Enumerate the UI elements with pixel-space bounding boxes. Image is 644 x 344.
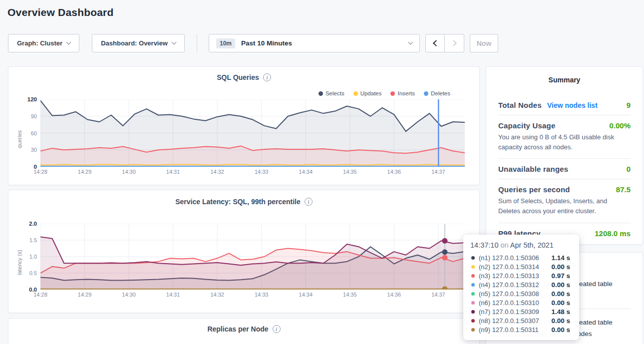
- y-axis-ticks: 0306090120: [23, 99, 40, 167]
- summary-value: 0.00%: [609, 121, 631, 130]
- legend-dot: [353, 91, 358, 96]
- x-tick-label: 14:33: [255, 292, 269, 298]
- x-tick-label: 14:31: [166, 169, 180, 175]
- tooltip-row: (n9) 127.0.0.1:503110.00 s: [470, 325, 572, 334]
- node-latency-value: 0.00 s: [551, 290, 572, 298]
- node-latency-value: 0.00 s: [551, 317, 572, 325]
- time-range-dropdown[interactable]: 10m Past 10 Minutes: [209, 34, 420, 52]
- node-color-dot: [471, 310, 475, 314]
- chevron-left-icon: [433, 40, 439, 46]
- summary-title: Summary: [498, 76, 631, 84]
- node-latency-value: 0.00 s: [551, 263, 572, 271]
- sql-queries-chart[interactable]: [40, 99, 465, 167]
- graph-dropdown[interactable]: Graph: Cluster: [8, 34, 79, 52]
- time-next-button[interactable]: [445, 34, 464, 52]
- legend-label: Deletes: [431, 90, 450, 96]
- overview-dashboard-page: Overview Dashboard Graph: Cluster Dashbo…: [0, 0, 644, 344]
- legend-item-inserts[interactable]: Inserts: [390, 90, 415, 96]
- tooltip-row: (n2) 127.0.0.1:503140.00 s: [470, 262, 572, 271]
- y-tick-label: 60: [31, 130, 37, 136]
- x-tick-label: 14:36: [387, 292, 401, 298]
- chart-header: Service Latency: SQL, 99th percentile i: [8, 198, 479, 206]
- node-address: (n3) 127.0.0.1:50313: [479, 272, 539, 280]
- x-tick-label: 14:37: [431, 169, 445, 175]
- chevron-down-icon: [171, 40, 176, 45]
- tooltip-row: (n1) 127.0.0.1:503061.14 s: [470, 253, 572, 262]
- info-icon[interactable]: i: [305, 198, 313, 206]
- x-tick-label: 14:35: [343, 292, 357, 298]
- y-tick-label: 1.0: [29, 254, 37, 260]
- y-tick-label: 0.5: [29, 270, 37, 276]
- graph-dropdown-label: Graph: Cluster: [17, 39, 62, 47]
- legend-item-selects[interactable]: Selects: [319, 90, 344, 96]
- node-latency-value: 0.00 s: [551, 326, 572, 334]
- node-address: (n2) 127.0.0.1:50314: [479, 263, 539, 271]
- x-tick-label: 14:35: [343, 169, 357, 175]
- node-color-dot: [471, 292, 475, 296]
- view-nodes-list-link[interactable]: View nodes list: [547, 101, 598, 109]
- legend-dot: [424, 91, 428, 96]
- summary-label: Queries per second: [498, 185, 570, 194]
- x-tick-label: 14:34: [299, 292, 313, 298]
- node-color-dot: [471, 265, 475, 269]
- tooltip-row: (n7) 127.0.0.1:503091.48 s: [470, 307, 572, 316]
- y-tick-label: 2.0: [29, 221, 37, 227]
- legend-item-updates[interactable]: Updates: [353, 90, 382, 96]
- info-icon[interactable]: i: [263, 73, 271, 81]
- tooltip-row: (n5) 127.0.0.1:503080.00 s: [470, 289, 572, 298]
- summary-label: Total Nodes: [498, 101, 542, 109]
- node-latency-value: 1.48 s: [551, 308, 572, 316]
- node-color-dot: [471, 301, 475, 305]
- x-tick-label: 14:37: [431, 292, 445, 298]
- summary-value: 9: [627, 101, 631, 109]
- y-tick-label: 1.5: [29, 237, 37, 243]
- service-latency-panel: Service Latency: SQL, 99th percentile i …: [8, 190, 480, 313]
- tooltip-timestamp: 14:37:10 on Apr 5th, 2021: [470, 241, 572, 249]
- node-color-dot: [471, 328, 475, 332]
- info-icon[interactable]: i: [273, 325, 281, 333]
- chevron-down-icon: [408, 40, 413, 45]
- y-axis-label: queries: [15, 99, 23, 179]
- x-tick-label: 14:31: [166, 292, 180, 298]
- x-axis-ticks: 14:2814:2914:3014:3114:3214:3314:3414:35…: [40, 292, 465, 302]
- service-latency-chart[interactable]: [40, 224, 465, 290]
- time-nav-group: [425, 34, 464, 52]
- legend-label: Selects: [325, 90, 344, 96]
- x-tick-label: 14:33: [255, 169, 269, 175]
- node-address: (n1) 127.0.0.1:50306: [479, 254, 539, 262]
- tooltip-row: (n4) 127.0.0.1:503120.00 s: [470, 280, 572, 289]
- summary-description: You are using 0 B of 4.5 GiB usable disk…: [498, 132, 631, 158]
- toolbar-divider: [197, 34, 197, 52]
- summary-label: Capacity Usage: [498, 121, 556, 130]
- node-address: (n5) 127.0.0.1:50308: [479, 290, 539, 298]
- y-tick-label: 30: [31, 147, 37, 153]
- x-tick-label: 14:34: [299, 169, 313, 175]
- summary-value: 87.5: [616, 185, 631, 194]
- summary-description: Sum of Selects, Updates, Inserts, and De…: [498, 196, 631, 222]
- dashboard-dropdown-label: Dashboard: Overview: [101, 39, 168, 47]
- time-range-badge: 10m: [216, 38, 235, 48]
- chart-title: Replicas per Node: [207, 325, 268, 333]
- legend-label: Inserts: [397, 90, 415, 96]
- tooltip-connector: on: [500, 241, 508, 249]
- node-address: (n6) 127.0.0.1:50310: [479, 299, 539, 307]
- chevron-right-icon: [450, 40, 457, 46]
- replicas-per-node-panel: Replicas per Node i: [8, 318, 480, 344]
- sql-queries-panel: SQL Queries i SelectsUpdatesInsertsDelet…: [8, 66, 480, 185]
- node-address: (n7) 127.0.0.1:50309: [479, 308, 539, 316]
- summary-value: 1208.0 ms: [595, 229, 631, 238]
- tooltip-rows: (n1) 127.0.0.1:503061.14 s(n2) 127.0.0.1…: [470, 253, 572, 334]
- node-address: (n8) 127.0.0.1:50307: [479, 317, 539, 325]
- chart-title: Service Latency: SQL, 99th percentile: [175, 198, 301, 206]
- time-prev-button[interactable]: [425, 34, 445, 52]
- x-tick-label: 14:30: [122, 169, 136, 175]
- node-color-dot: [471, 256, 475, 260]
- dashboard-dropdown[interactable]: Dashboard: Overview: [92, 34, 185, 52]
- chevron-down-icon: [66, 40, 71, 45]
- now-button[interactable]: Now: [470, 34, 498, 52]
- node-latency-value: 0.00 s: [551, 281, 572, 289]
- x-tick-label: 14:28: [33, 169, 47, 175]
- legend-item-deletes[interactable]: Deletes: [424, 90, 450, 96]
- summary-row-unavailable-ranges: Unavailable ranges 0: [498, 159, 631, 179]
- chart-title: SQL Queries: [217, 73, 259, 81]
